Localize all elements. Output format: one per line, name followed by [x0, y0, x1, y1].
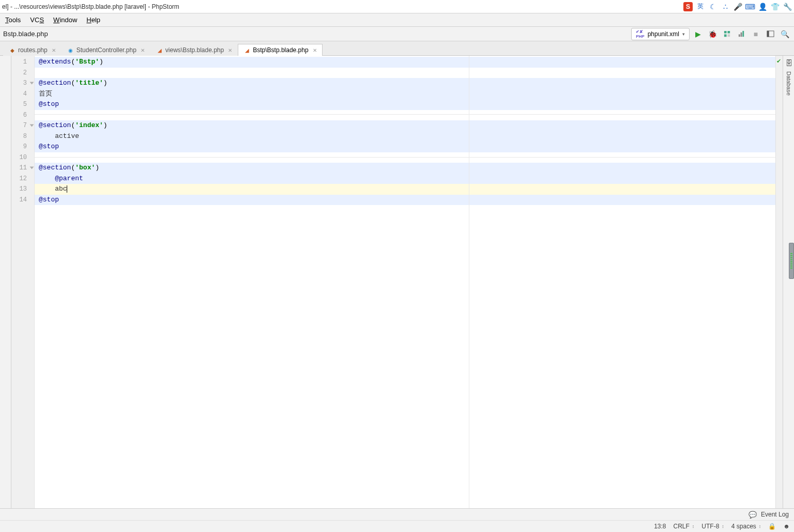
php-file-icon: ◆ — [9, 46, 16, 54]
line-number[interactable]: 14 — [11, 195, 34, 206]
left-tool-stripe[interactable] — [0, 56, 11, 508]
line-number-gutter[interactable]: 1 2 3 4 5 6 7 8 9 10 11 12 13 14 — [11, 56, 35, 508]
right-tool-stripe[interactable]: 🗄 Database — [783, 56, 794, 508]
close-icon[interactable]: ✕ — [141, 48, 145, 53]
window-title: el] - ...\resources\views\Bstp\Bstp.blad… — [2, 3, 683, 10]
scrollbar-marks — [790, 253, 792, 269]
directive: @stop — [39, 143, 59, 150]
line-number[interactable]: 2 — [11, 68, 34, 79]
keyboard-icon[interactable]: ⌨ — [745, 2, 755, 11]
close-icon[interactable]: ✕ — [52, 48, 56, 53]
dots-icon[interactable]: ∴ — [721, 2, 730, 11]
caret-position[interactable]: 13:8 — [654, 523, 666, 530]
analysis-ok-icon: ✔ — [776, 58, 781, 65]
text: active — [39, 132, 79, 140]
text: abc — [39, 185, 67, 193]
tab-label: views\Bstp.blade.php — [165, 46, 224, 54]
line-number[interactable]: 8 — [11, 131, 34, 142]
line-number[interactable]: 10 — [11, 152, 34, 163]
svg-rect-4 — [767, 31, 769, 37]
event-log-label[interactable]: Event Log — [761, 511, 789, 518]
menu-help[interactable]: Help — [86, 16, 100, 24]
wrench-icon[interactable]: 🔧 — [783, 2, 792, 11]
menu-bar: Tools VCS Window Help — [0, 13, 794, 27]
line-number[interactable]: 1 — [11, 57, 34, 68]
tab-label: StudentController.php — [77, 46, 136, 54]
event-log-icon[interactable]: 💬 — [749, 511, 757, 519]
tab-label: routes.php — [18, 46, 48, 54]
breadcrumb[interactable]: Bstp.blade.php — [3, 30, 631, 38]
tab-views-bstp-blade[interactable]: ◢ views\Bstp.blade.php ✕ — [150, 44, 238, 56]
svg-rect-2 — [742, 31, 744, 37]
line-number[interactable]: 9 — [11, 142, 34, 152]
database-toolwindow-label[interactable]: Database — [786, 71, 792, 96]
string: 'index' — [75, 121, 103, 129]
line-number[interactable]: 3 — [11, 78, 34, 89]
code-area[interactable]: @extends('Bstp') @section('title') 首页 @s… — [35, 56, 775, 508]
close-icon[interactable]: ✕ — [313, 48, 317, 53]
run-configuration-label: phpunit.xml — [648, 30, 679, 38]
indent-selector[interactable]: 4 spaces — [731, 523, 761, 530]
search-everywhere-button[interactable]: 🔍 — [778, 28, 791, 40]
string: 'box' — [75, 164, 95, 171]
readonly-lock-icon[interactable]: 🔒 — [768, 523, 776, 530]
tab-label: Bstp\Bstp.blade.php — [253, 46, 308, 54]
line-number[interactable]: 6 — [11, 110, 34, 121]
line-number[interactable]: 5 — [11, 99, 34, 110]
ime-lang-icon[interactable]: 英 — [696, 2, 705, 11]
tab-routes-php[interactable]: ◆ routes.php ✕ — [3, 44, 62, 56]
error-stripe[interactable]: ✔ — [775, 56, 783, 508]
sogou-ime-icon[interactable]: S — [683, 2, 693, 11]
controller-file-icon: ◉ — [67, 46, 74, 54]
menu-vcs[interactable]: VCS — [30, 16, 44, 24]
close-icon[interactable]: ✕ — [228, 48, 232, 53]
run-button[interactable]: ▶ — [692, 28, 704, 40]
tab-bstp-bstp-blade[interactable]: ◢ Bstp\Bstp.blade.php ✕ — [238, 44, 322, 56]
mic-icon[interactable]: 🎤 — [733, 2, 742, 11]
php-file-icon: ✔✘PHP — [636, 29, 644, 39]
line-number[interactable]: 7 — [11, 120, 34, 131]
status-bar-upper: 💬 Event Log — [0, 508, 794, 520]
encoding-selector[interactable]: UTF-8 — [701, 523, 724, 530]
inspections-widget[interactable]: ☻ — [783, 523, 790, 530]
directive: @section — [39, 79, 71, 87]
directive: @section — [39, 121, 71, 129]
workspace: 1 2 3 4 5 6 7 8 9 10 11 12 13 14 @extend… — [0, 56, 794, 508]
caret — [67, 185, 67, 193]
debug-button[interactable]: 🐞 — [706, 28, 719, 40]
run-configuration-selector[interactable]: ✔✘PHP phpunit.xml ▾ — [631, 28, 690, 40]
person-icon[interactable]: 👤 — [758, 2, 767, 11]
navigation-bar: Bstp.blade.php ✔✘PHP phpunit.xml ▾ ▶ 🐞 ■… — [0, 27, 794, 41]
layout-settings-button[interactable] — [764, 28, 776, 40]
database-icon[interactable]: 🗄 — [785, 59, 792, 67]
moon-icon[interactable]: ☾ — [708, 2, 717, 11]
profile-button[interactable] — [735, 28, 747, 40]
directive: @extends — [39, 58, 71, 66]
run-toolbar: ✔✘PHP phpunit.xml ▾ ▶ 🐞 ■ 🔍 — [631, 28, 791, 40]
tab-student-controller[interactable]: ◉ StudentController.php ✕ — [62, 44, 150, 56]
system-tray: S 英 ☾ ∴ 🎤 ⌨ 👤 👕 🔧 — [683, 2, 792, 11]
line-number[interactable]: 12 — [11, 174, 34, 184]
directive: @parent — [55, 175, 83, 182]
right-margin-guide — [469, 56, 469, 508]
line-number[interactable]: 4 — [11, 89, 34, 100]
line-separator-selector[interactable]: CRLF — [673, 523, 694, 530]
svg-rect-0 — [738, 34, 740, 37]
coverage-button[interactable] — [721, 28, 733, 40]
menu-window[interactable]: Window — [53, 16, 77, 24]
menu-tools[interactable]: Tools — [5, 16, 21, 24]
title-bar: el] - ...\resources\views\Bstp\Bstp.blad… — [0, 0, 794, 13]
string: 'Bstp' — [75, 58, 99, 66]
svg-rect-1 — [740, 33, 742, 37]
blade-file-icon: ◢ — [243, 46, 251, 54]
shirt-icon[interactable]: 👕 — [770, 2, 780, 11]
editor[interactable]: 1 2 3 4 5 6 7 8 9 10 11 12 13 14 @extend… — [11, 56, 783, 508]
status-bar: 13:8 CRLF UTF-8 4 spaces 🔒 ☻ — [0, 520, 794, 532]
directive: @stop — [39, 100, 59, 108]
line-number[interactable]: 11 — [11, 163, 34, 174]
text: 首页 — [39, 90, 52, 98]
blade-file-icon: ◢ — [156, 46, 163, 54]
line-number[interactable]: 13 — [11, 184, 34, 195]
chevron-down-icon: ▾ — [682, 32, 685, 37]
directive: @stop — [39, 196, 59, 204]
